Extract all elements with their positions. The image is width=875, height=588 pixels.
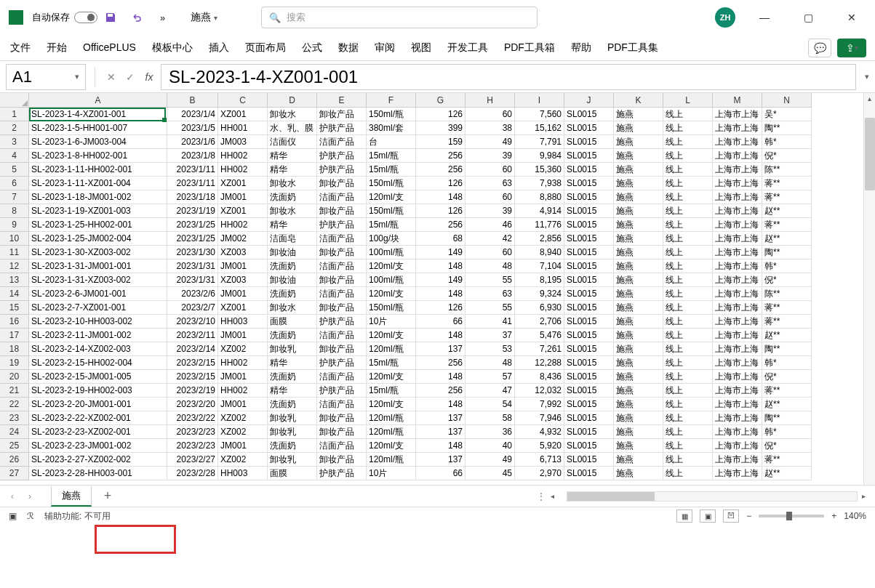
cell[interactable]: SL0015 [564,273,614,287]
cell[interactable]: 吴* [762,108,812,121]
cell[interactable]: SL0015 [564,218,614,232]
cell[interactable]: JM001 [218,190,268,204]
cell[interactable]: HH003 [218,315,268,329]
cell[interactable]: 4,914 [515,204,564,218]
cell[interactable]: SL-2023-1-30-XZ003-002 [29,246,167,259]
cell[interactable]: 2023/1/19 [167,204,218,218]
cell[interactable]: 线上 [663,273,713,287]
cell[interactable]: 卸妆水 [268,204,317,218]
cell[interactable]: 上海市上海 [713,190,762,204]
row-header[interactable]: 1 [0,108,29,121]
cell[interactable]: SL-2023-1-8-HH002-001 [29,149,167,163]
save-button[interactable] [100,7,121,28]
cell[interactable]: 256 [416,218,466,232]
cell[interactable]: 38 [466,121,515,135]
cell[interactable]: SL-2023-2-23-XZ002-001 [29,425,167,439]
cell[interactable]: 8,880 [515,190,564,204]
cell[interactable]: 12,032 [515,384,564,398]
cell[interactable]: SL-2023-2-19-HH002-003 [29,384,167,398]
cell[interactable]: 120ml/瓶 [367,425,416,439]
cell[interactable]: 15ml/瓶 [367,163,416,177]
cell[interactable]: 2023/2/20 [167,398,218,411]
cell[interactable]: SL-2023-2-11-JM001-002 [29,329,167,342]
cell[interactable]: 洁面皂 [268,232,317,246]
ribbon-tab-12[interactable]: 帮助 [570,37,593,59]
cell[interactable]: 8,940 [515,246,564,259]
cell[interactable]: 2023/1/6 [167,135,218,149]
cell[interactable]: 100g/块 [367,232,416,246]
cell[interactable]: 韩* [762,259,812,273]
cell[interactable]: 陶** [762,342,812,356]
cell[interactable]: 施燕 [614,315,663,329]
row-header[interactable]: 18 [0,342,29,356]
cell[interactable]: 施燕 [614,467,663,480]
cell[interactable]: 上海市上海 [713,218,762,232]
cell[interactable]: 线上 [663,121,713,135]
cell[interactable]: 149 [416,273,466,287]
column-header[interactable]: J [564,93,614,108]
cell[interactable]: 施燕 [614,301,663,315]
cell[interactable]: 施燕 [614,425,663,439]
cell[interactable]: 53 [466,342,515,356]
cell[interactable]: JM002 [218,232,268,246]
cell[interactable]: 上海市上海 [713,287,762,301]
ribbon-tab-11[interactable]: PDF工具箱 [503,37,556,59]
cell[interactable]: 15,360 [515,163,564,177]
cell[interactable]: 施燕 [614,218,663,232]
cell[interactable]: 倪* [762,439,812,453]
cell[interactable]: 60 [466,246,515,259]
cell[interactable]: 精华 [268,356,317,370]
cell[interactable]: 卸妆水 [268,108,317,121]
cell[interactable]: 2023/1/11 [167,163,218,177]
cell[interactable]: 上海市上海 [713,315,762,329]
cell[interactable]: 精华 [268,163,317,177]
cell[interactable]: 施燕 [614,329,663,342]
cell[interactable]: 卸妆水 [268,301,317,315]
column-header[interactable]: F [367,93,416,108]
cell[interactable]: SL-2023-2-23-JM001-002 [29,439,167,453]
cell[interactable]: 63 [466,287,515,301]
cell[interactable]: 面膜 [268,467,317,480]
cell[interactable]: SL0015 [564,439,614,453]
cell[interactable]: 2023/2/11 [167,329,218,342]
cell[interactable]: 倪* [762,370,812,384]
accept-formula-button[interactable]: ✓ [123,70,137,84]
cell[interactable]: SL0015 [564,342,614,356]
cell[interactable]: HH002 [218,384,268,398]
cell[interactable]: 149 [416,246,466,259]
cell[interactable]: SL0015 [564,315,614,329]
cell[interactable]: 施燕 [614,177,663,190]
row-header[interactable]: 10 [0,232,29,246]
cell[interactable]: 6,713 [515,453,564,467]
cell[interactable]: 256 [416,163,466,177]
cell[interactable]: 8,436 [515,370,564,384]
cell[interactable]: 126 [416,204,466,218]
cell[interactable]: 137 [416,453,466,467]
cell[interactable]: 148 [416,370,466,384]
cell[interactable]: SL0015 [564,246,614,259]
cell[interactable]: 2023/2/14 [167,342,218,356]
cell[interactable]: 施燕 [614,190,663,204]
cell[interactable]: 水、乳、膜 [268,121,317,135]
cell[interactable]: 60 [466,108,515,121]
column-header[interactable]: H [466,93,515,108]
cell[interactable]: 施燕 [614,287,663,301]
cell[interactable]: 2023/2/28 [167,467,218,480]
cell[interactable]: 120ml/瓶 [367,342,416,356]
cell[interactable]: 线上 [663,439,713,453]
cell[interactable]: 137 [416,342,466,356]
row-header[interactable]: 25 [0,439,29,453]
cell[interactable]: 线上 [663,163,713,177]
row-header[interactable]: 14 [0,287,29,301]
cell[interactable]: SL-2023-2-6-JM001-001 [29,287,167,301]
cell[interactable]: 上海市上海 [713,453,762,467]
cell[interactable]: 60 [466,163,515,177]
row-header[interactable]: 7 [0,190,29,204]
column-header[interactable]: N [762,93,812,108]
cell[interactable]: 台 [367,135,416,149]
cell[interactable]: SL0015 [564,108,614,121]
cell[interactable]: 2023/1/5 [167,121,218,135]
cell[interactable]: 赵** [762,398,812,411]
cell[interactable]: 护肤产品 [317,356,367,370]
cell[interactable]: 上海市上海 [713,439,762,453]
